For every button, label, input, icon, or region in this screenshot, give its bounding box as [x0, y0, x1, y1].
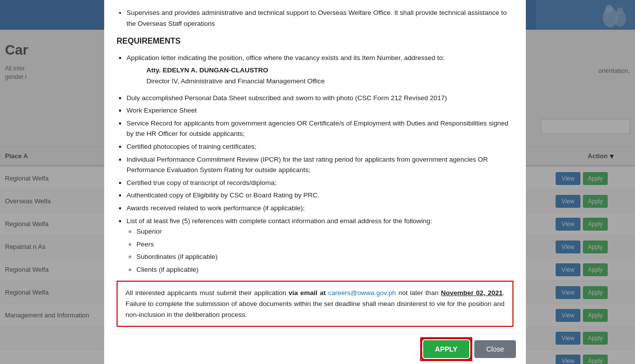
apply-button-highlight: APPLY [423, 340, 469, 358]
modal-body[interactable]: Supervises and provides administrative a… [104, 0, 526, 334]
req-10: List of at least five (5) references wit… [127, 216, 513, 275]
intro-bullet-1: Supervises and provides administrative a… [127, 7, 513, 29]
req-7: Certified true copy of transcript of rec… [127, 178, 513, 188]
email-link[interactable]: careers@owwa.gov.ph [328, 289, 396, 297]
req-4: Service Record for applicants from gover… [127, 118, 513, 139]
job-details-modal: Supervises and provides administrative a… [104, 0, 526, 364]
req-5: Certified photocopies of training certif… [127, 141, 513, 152]
req-6: Individual Performance Commitment Review… [127, 154, 513, 176]
close-modal-button[interactable]: Close [474, 340, 516, 358]
apply-modal-button[interactable]: APPLY [423, 340, 469, 358]
req-1: Application letter indicating the positi… [127, 53, 513, 63]
req-8: Authenticated copy of Eligibility by CSC… [127, 190, 513, 201]
req-3: Work Experience Sheet [127, 105, 513, 116]
requirements-title: REQUIREMENTS [117, 35, 513, 48]
addressee-title: Director IV, Administrative and Financia… [146, 76, 513, 87]
req-9: Awards received related to work performa… [127, 203, 513, 214]
modal-content: Supervises and provides administrative a… [117, 7, 513, 334]
addressee-name: Atty. EDELYN A. DUNGAN-CLAUSTRO [146, 65, 513, 76]
modal-footer: APPLY Close [104, 334, 526, 364]
notice-box: All interested applicants must submit th… [117, 281, 513, 327]
req-2: Duly accomplished Personal Data Sheet su… [127, 93, 513, 104]
